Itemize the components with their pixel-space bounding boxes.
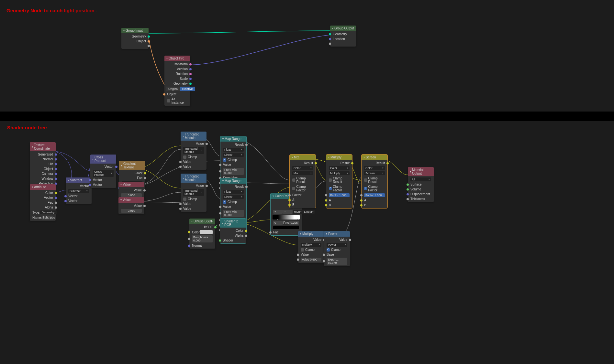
node-value-1[interactable]: Value Value 0.050 [118,182,144,198]
value-field[interactable]: 0.010 [121,209,142,213]
value-field[interactable]: 0.050 [121,193,142,197]
op-select[interactable]: Truncated Modulo [183,147,204,154]
socket-label: Object [167,92,176,96]
node-header: Mix [290,155,316,160]
node-value-2[interactable]: Value Value 0.010 [118,197,144,214]
checkbox-label: As Instance [172,97,188,104]
node-object-info[interactable]: Object Info Transform Location Rotation … [164,56,190,106]
node-header: Material Output [408,167,434,176]
node-header: Subtract [66,177,92,183]
socket-label: Geometry [132,35,146,38]
node-shader-to-rgb[interactable]: Shader to RGB Color Alpha Shader [220,219,246,243]
node-header: Attribute [30,184,56,190]
node-diffuse-bsdf[interactable]: Diffuse BSDF BSDF Color Roughness 0.000 … [189,219,215,249]
node-header: Group Output [330,26,356,31]
node-multiply-color[interactable]: Multiply Result Color Multiply Clamp Res… [326,155,352,208]
color-swatch[interactable] [273,226,299,229]
node-mix[interactable]: Mix Result Color Mix Clamp Result Clamp … [290,155,316,208]
node-truncated-modulo-1[interactable]: Truncated Modulo Value Truncated Modulo … [181,132,207,170]
socket-label: Object [137,39,146,43]
node-header: Map Range [220,178,246,184]
node-material-output[interactable]: Material Output All Surface Volume Displ… [408,167,434,202]
node-header: Power [324,231,350,237]
section-divider [0,112,614,121]
node-header: Map Range [220,136,246,142]
socket-label: Transform [173,62,188,66]
node-header: Value [118,197,144,203]
checkbox-as-instance[interactable] [167,99,170,102]
node-screen[interactable]: Screen Result Color Screen Clamp Result … [362,155,387,208]
node-header: Value [118,182,144,187]
node-header: Diffuse BSDF [189,219,215,224]
node-header: Multiply [326,155,352,160]
name-field[interactable]: light_pos [42,216,53,219]
node-header: Group Input [121,28,149,33]
node-header: Shader to RGB [220,219,246,228]
node-attribute[interactable]: Attribute Color Vector Fac Alpha Type:Ge… [30,184,56,221]
node-header: Cross Product [90,155,116,164]
op-select[interactable]: Truncated Modulo [183,189,204,196]
node-header: Texture Coordinate [30,142,56,151]
checkbox-clamp[interactable] [183,155,186,159]
op-select[interactable]: Cross Product [93,170,114,177]
node-header: Object Info [164,56,190,61]
type-select[interactable]: Geometry [40,210,57,214]
op-select[interactable]: Subtract [68,189,89,193]
section-title-geometry: Geometry Node to catch light position : [6,8,97,13]
color-ramp-gradient[interactable] [273,215,300,219]
socket-label: Location [333,37,345,41]
node-header: Multiply [298,231,324,237]
color-swatch[interactable] [200,230,213,234]
node-truncated-modulo-2[interactable]: Truncated Modulo Value Truncated Modulo … [181,174,207,212]
node-group-input[interactable]: Group Input Geometry Object [121,28,149,49]
node-multiply-scalar[interactable]: Multiply Value Multiply Clamp Value Valu… [298,231,324,263]
checkbox-clamp[interactable] [223,200,226,204]
transform-space-toggle[interactable]: OriginalRelative [164,86,190,92]
node-power[interactable]: Power Value Power Clamp Base Expon... 50… [324,231,350,266]
node-header: Truncated Modulo [181,174,207,183]
checkbox-clamp[interactable] [223,158,226,162]
socket-label: Scale [180,77,188,80]
node-header: Screen [362,155,387,160]
node-cross-product[interactable]: Cross Product Vector Cross Product Vecto… [90,155,116,188]
node-header: Gradient Texture [119,161,145,170]
socket-label: Location [175,67,188,71]
socket-label: Geometry [333,32,347,36]
node-header: Truncated Modulo [181,132,207,141]
node-subtract[interactable]: Subtract Vector Subtract Vector Vector [66,177,92,204]
socket-label: Geometry [173,82,188,85]
node-group-output[interactable]: Group Output Geometry Location [330,26,356,47]
checkbox-clamp[interactable] [183,198,186,201]
section-title-shader: Shader node tree : [7,125,50,130]
socket-label: Rotation [176,72,188,76]
